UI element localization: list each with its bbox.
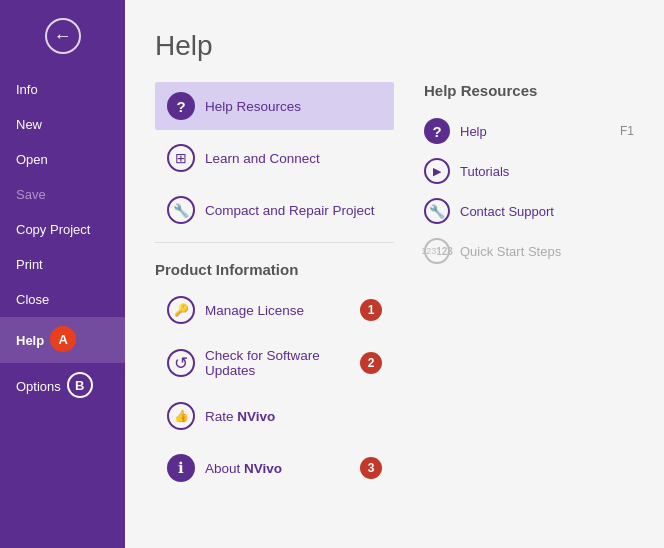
sidebar-item-print[interactable]: Print [0,247,125,282]
right-support-icon: 🔧 [424,198,450,224]
step-badge-2: 2 [360,352,382,374]
menu-item-help-resources[interactable]: Help Resources [155,82,394,130]
right-item-contact-support[interactable]: 🔧 Contact Support [424,191,634,231]
step-badge-3: 3 [360,457,382,479]
sidebar-item-save: Save [0,177,125,212]
back-button[interactable]: ← [0,0,125,72]
grid-icon [167,144,195,172]
badge-b: B [67,372,93,398]
right-123-icon: 123 [424,238,450,264]
menu-item-manage-license[interactable]: Manage License 1 [155,286,394,334]
right-item-quick-start: 123 Quick Start Steps [424,231,634,271]
back-circle-icon: ← [45,18,81,54]
right-column: Help Resources Help F1 Tutorials 🔧 Conta… [424,82,634,496]
sidebar-item-close[interactable]: Close [0,282,125,317]
product-section-header: Product Information [155,261,394,278]
page-title: Help [155,30,634,62]
menu-item-rate-nvivo[interactable]: Rate NVivo [155,392,394,440]
left-column: Help Resources Learn and Connect Compact… [155,82,394,496]
right-item-help[interactable]: Help F1 [424,111,634,151]
menu-item-check-updates[interactable]: Check for Software Updates 2 [155,338,394,388]
section-divider [155,242,394,243]
sidebar-item-copy-project[interactable]: Copy Project [0,212,125,247]
thumb-icon [167,402,195,430]
right-question-icon [424,118,450,144]
right-item-tutorials[interactable]: Tutorials [424,151,634,191]
sidebar-item-info[interactable]: Info [0,72,125,107]
sidebar-item-options[interactable]: Options B [0,363,125,409]
sidebar-item-open[interactable]: Open [0,142,125,177]
step-badge-1: 1 [360,299,382,321]
refresh-icon [167,349,195,377]
sidebar-item-help[interactable]: Help A [0,317,125,363]
menu-item-about-nvivo[interactable]: About NVivo 3 [155,444,394,492]
right-play-icon [424,158,450,184]
right-section-title: Help Resources [424,82,634,99]
menu-item-compact-repair[interactable]: Compact and Repair Project [155,186,394,234]
main-content: Help Help Resources Learn and Connect Co… [125,0,664,548]
info-icon [167,454,195,482]
question-icon [167,92,195,120]
sidebar-item-new[interactable]: New [0,107,125,142]
badge-a: A [50,326,76,352]
wrench-icon [167,196,195,224]
menu-item-learn-connect[interactable]: Learn and Connect [155,134,394,182]
sidebar: ← Info New Open Save Copy Project Print … [0,0,125,548]
key-icon [167,296,195,324]
